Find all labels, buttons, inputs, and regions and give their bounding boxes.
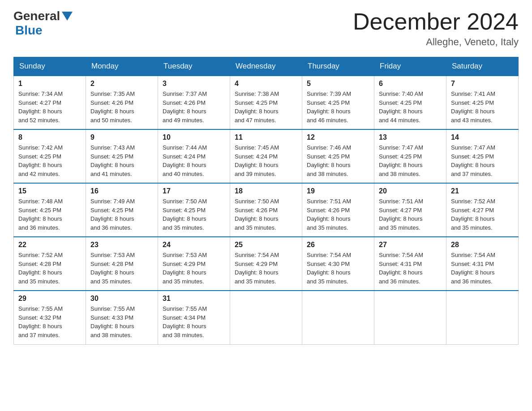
day-info: Sunrise: 7:39 AM Sunset: 4:25 PM Dayligh… (307, 90, 369, 124)
day-info: Sunrise: 7:40 AM Sunset: 4:25 PM Dayligh… (379, 90, 442, 124)
day-number: 1 (18, 80, 81, 88)
day-number: 12 (307, 133, 369, 141)
day-number: 24 (163, 241, 225, 249)
table-row: 13 Sunrise: 7:47 AM Sunset: 4:25 PM Dayl… (374, 129, 446, 183)
table-row: 27 Sunrise: 7:54 AM Sunset: 4:31 PM Dayl… (374, 237, 446, 291)
page-header: General Blue December 2024 Alleghe, Vene… (13, 9, 519, 48)
table-row: 5 Sunrise: 7:39 AM Sunset: 4:25 PM Dayli… (302, 76, 374, 129)
day-info: Sunrise: 7:47 AM Sunset: 4:25 PM Dayligh… (451, 143, 514, 178)
day-number: 30 (90, 295, 153, 303)
table-row: 30 Sunrise: 7:55 AM Sunset: 4:33 PM Dayl… (86, 291, 158, 344)
table-row: 31 Sunrise: 7:55 AM Sunset: 4:34 PM Dayl… (158, 291, 230, 344)
day-info: Sunrise: 7:55 AM Sunset: 4:33 PM Dayligh… (90, 304, 153, 339)
day-info: Sunrise: 7:50 AM Sunset: 4:26 PM Dayligh… (235, 197, 297, 232)
day-number: 9 (90, 133, 153, 141)
logo: General Blue (13, 9, 74, 38)
location-subtitle: Alleghe, Veneto, Italy (353, 36, 519, 48)
table-row: 4 Sunrise: 7:38 AM Sunset: 4:25 PM Dayli… (230, 76, 302, 129)
day-info: Sunrise: 7:37 AM Sunset: 4:26 PM Dayligh… (163, 90, 225, 124)
table-row: 29 Sunrise: 7:55 AM Sunset: 4:32 PM Dayl… (14, 291, 86, 344)
day-number: 3 (163, 80, 225, 88)
day-info: Sunrise: 7:34 AM Sunset: 4:27 PM Dayligh… (18, 90, 81, 124)
day-info: Sunrise: 7:47 AM Sunset: 4:25 PM Dayligh… (379, 143, 442, 178)
calendar-week-row: 29 Sunrise: 7:55 AM Sunset: 4:32 PM Dayl… (14, 291, 519, 344)
col-thursday: Thursday (302, 57, 374, 76)
day-info: Sunrise: 7:53 AM Sunset: 4:29 PM Dayligh… (163, 251, 225, 286)
day-info: Sunrise: 7:53 AM Sunset: 4:28 PM Dayligh… (90, 251, 153, 286)
day-info: Sunrise: 7:55 AM Sunset: 4:32 PM Dayligh… (18, 304, 81, 339)
table-row: 19 Sunrise: 7:51 AM Sunset: 4:26 PM Dayl… (302, 183, 374, 237)
day-number: 13 (379, 133, 442, 141)
day-info: Sunrise: 7:54 AM Sunset: 4:29 PM Dayligh… (235, 251, 297, 286)
calendar-week-row: 1 Sunrise: 7:34 AM Sunset: 4:27 PM Dayli… (14, 76, 519, 129)
day-info: Sunrise: 7:35 AM Sunset: 4:26 PM Dayligh… (90, 90, 153, 124)
table-row: 17 Sunrise: 7:50 AM Sunset: 4:25 PM Dayl… (158, 183, 230, 237)
day-info: Sunrise: 7:51 AM Sunset: 4:27 PM Dayligh… (379, 197, 442, 232)
table-row: 24 Sunrise: 7:53 AM Sunset: 4:29 PM Dayl… (158, 237, 230, 291)
col-saturday: Saturday (446, 57, 519, 76)
table-row: 14 Sunrise: 7:47 AM Sunset: 4:25 PM Dayl… (446, 129, 519, 183)
day-info: Sunrise: 7:43 AM Sunset: 4:25 PM Dayligh… (90, 143, 153, 178)
table-row: 28 Sunrise: 7:54 AM Sunset: 4:31 PM Dayl… (446, 237, 519, 291)
table-row: 16 Sunrise: 7:49 AM Sunset: 4:25 PM Dayl… (86, 183, 158, 237)
day-number: 21 (451, 187, 514, 195)
table-row: 15 Sunrise: 7:48 AM Sunset: 4:25 PM Dayl… (14, 183, 86, 237)
day-info: Sunrise: 7:55 AM Sunset: 4:34 PM Dayligh… (163, 304, 225, 339)
day-info: Sunrise: 7:44 AM Sunset: 4:24 PM Dayligh… (163, 143, 225, 178)
day-number: 15 (18, 187, 81, 195)
logo-general-text: General (13, 9, 60, 23)
day-number: 7 (451, 80, 514, 88)
day-number: 14 (451, 133, 514, 141)
table-row: 6 Sunrise: 7:40 AM Sunset: 4:25 PM Dayli… (374, 76, 446, 129)
table-row: 26 Sunrise: 7:54 AM Sunset: 4:30 PM Dayl… (302, 237, 374, 291)
day-info: Sunrise: 7:49 AM Sunset: 4:25 PM Dayligh… (90, 197, 153, 232)
table-row: 3 Sunrise: 7:37 AM Sunset: 4:26 PM Dayli… (158, 76, 230, 129)
col-sunday: Sunday (14, 57, 86, 76)
day-number: 27 (379, 241, 442, 249)
logo-triangle-icon (62, 12, 73, 21)
day-info: Sunrise: 7:41 AM Sunset: 4:25 PM Dayligh… (451, 90, 514, 124)
table-row: 25 Sunrise: 7:54 AM Sunset: 4:29 PM Dayl… (230, 237, 302, 291)
day-number: 28 (451, 241, 514, 249)
day-number: 22 (18, 241, 81, 249)
calendar-table: Sunday Monday Tuesday Wednesday Thursday… (13, 57, 519, 345)
day-number: 4 (235, 80, 297, 88)
day-number: 31 (163, 295, 225, 303)
day-info: Sunrise: 7:54 AM Sunset: 4:30 PM Dayligh… (307, 251, 369, 286)
day-number: 26 (307, 241, 369, 249)
day-info: Sunrise: 7:52 AM Sunset: 4:27 PM Dayligh… (451, 197, 514, 232)
calendar-header-row: Sunday Monday Tuesday Wednesday Thursday… (14, 57, 519, 76)
table-row (230, 291, 302, 344)
day-info: Sunrise: 7:48 AM Sunset: 4:25 PM Dayligh… (18, 197, 81, 232)
calendar-week-row: 22 Sunrise: 7:52 AM Sunset: 4:28 PM Dayl… (14, 237, 519, 291)
table-row: 10 Sunrise: 7:44 AM Sunset: 4:24 PM Dayl… (158, 129, 230, 183)
day-number: 16 (90, 187, 153, 195)
title-section: December 2024 Alleghe, Veneto, Italy (353, 9, 519, 48)
day-info: Sunrise: 7:52 AM Sunset: 4:28 PM Dayligh… (18, 251, 81, 286)
day-number: 2 (90, 80, 153, 88)
table-row: 7 Sunrise: 7:41 AM Sunset: 4:25 PM Dayli… (446, 76, 519, 129)
day-info: Sunrise: 7:42 AM Sunset: 4:25 PM Dayligh… (18, 143, 81, 178)
table-row: 20 Sunrise: 7:51 AM Sunset: 4:27 PM Dayl… (374, 183, 446, 237)
day-number: 8 (18, 133, 81, 141)
day-info: Sunrise: 7:54 AM Sunset: 4:31 PM Dayligh… (379, 251, 442, 286)
calendar-week-row: 8 Sunrise: 7:42 AM Sunset: 4:25 PM Dayli… (14, 129, 519, 183)
col-monday: Monday (86, 57, 158, 76)
table-row: 22 Sunrise: 7:52 AM Sunset: 4:28 PM Dayl… (14, 237, 86, 291)
calendar-week-row: 15 Sunrise: 7:48 AM Sunset: 4:25 PM Dayl… (14, 183, 519, 237)
table-row (446, 291, 519, 344)
day-number: 19 (307, 187, 369, 195)
table-row: 23 Sunrise: 7:53 AM Sunset: 4:28 PM Dayl… (86, 237, 158, 291)
table-row: 8 Sunrise: 7:42 AM Sunset: 4:25 PM Dayli… (14, 129, 86, 183)
table-row: 21 Sunrise: 7:52 AM Sunset: 4:27 PM Dayl… (446, 183, 519, 237)
day-info: Sunrise: 7:51 AM Sunset: 4:26 PM Dayligh… (307, 197, 369, 232)
table-row (374, 291, 446, 344)
day-info: Sunrise: 7:45 AM Sunset: 4:24 PM Dayligh… (235, 143, 297, 178)
day-number: 20 (379, 187, 442, 195)
col-wednesday: Wednesday (230, 57, 302, 76)
table-row (302, 291, 374, 344)
day-number: 11 (235, 133, 297, 141)
day-number: 10 (163, 133, 225, 141)
col-tuesday: Tuesday (158, 57, 230, 76)
day-number: 29 (18, 295, 81, 303)
